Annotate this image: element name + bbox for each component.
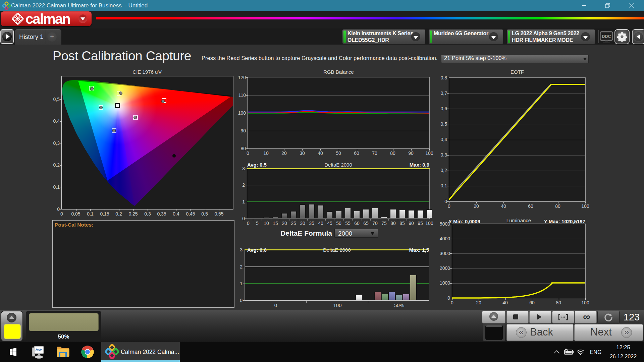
svg-text:DDC: DDC — [602, 34, 611, 39]
